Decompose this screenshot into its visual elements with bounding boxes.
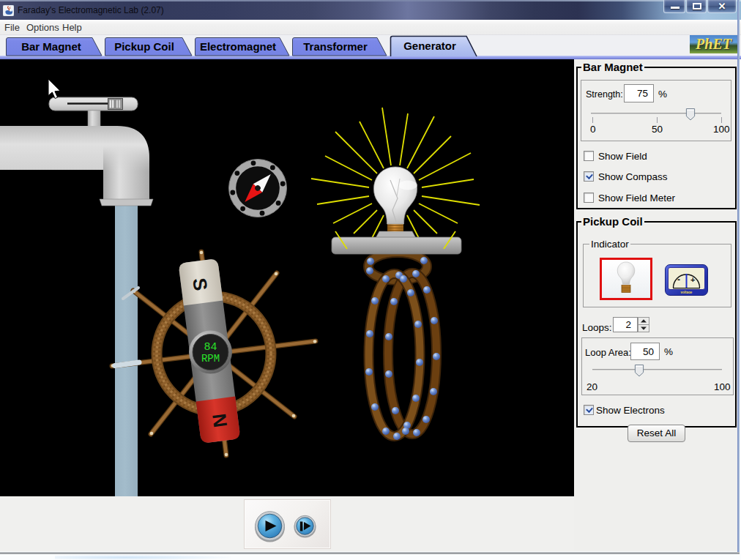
svg-text:84: 84 [204,341,217,354]
svg-text:Transformer: Transformer [303,40,368,53]
svg-text:Electromagnet: Electromagnet [200,40,276,53]
svg-text:RPM: RPM [201,353,220,365]
svg-text:Pickup Coil: Pickup Coil [114,40,174,53]
svg-text:+: + [690,275,695,284]
svg-text:-: - [677,275,680,285]
svg-text:Bar Magnet: Bar Magnet [21,40,81,53]
svg-text:voltage: voltage [681,291,693,294]
svg-text:Generator: Generator [403,40,456,52]
svg-text:N: N [208,412,231,428]
